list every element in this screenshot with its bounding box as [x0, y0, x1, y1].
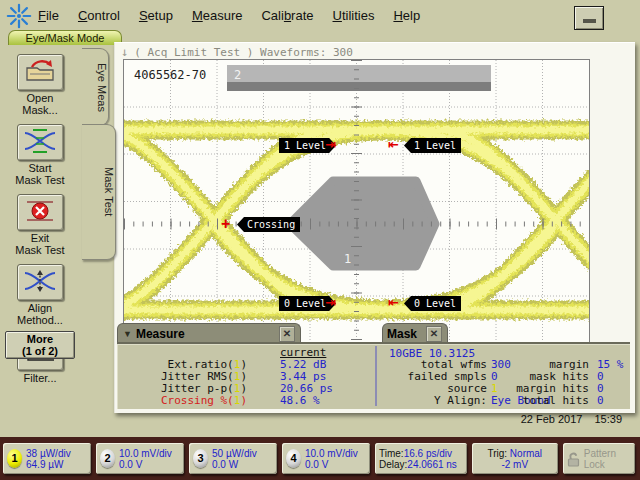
menu-setup[interactable]: Setup [139, 8, 173, 23]
zero-level-right-marker: 0 Level [404, 296, 461, 311]
channel-1-readout: 38 µW/div64.9 µW [26, 448, 71, 470]
menu-file[interactable]: File [38, 8, 59, 23]
mask-top-region: 2 [227, 65, 491, 91]
acq-status-line: ↓( Acq Limit Test ) Waveforms: 300 [121, 45, 353, 59]
mask-stats-labels: total wfmsfailed smplssourceY Align: [383, 359, 487, 407]
menu-utilities[interactable]: Utilities [333, 8, 375, 23]
panel-divider [375, 346, 377, 406]
bottom-status-bar: 138 µW/div64.9 µW210.0 mV/div0.0 V350 µW… [0, 437, 640, 480]
one-level-right-arrow-icon: ⇤ [388, 137, 399, 152]
mask-panel-title: Mask [387, 327, 417, 341]
align-method-icon [23, 268, 57, 294]
date-text: 22 Feb 2017 [521, 413, 583, 425]
menu-items: FileControlSetupMeasureCalibrateUtilitie… [38, 8, 439, 23]
timebase-button[interactable]: Time:16.6 ps/div Delay:24.0661 ns [375, 443, 467, 474]
lock-icon [567, 451, 580, 467]
mask-panel-tab[interactable]: Mask ✕ [382, 323, 448, 344]
agilent-spark-logo [6, 3, 32, 29]
tab-mask-test[interactable]: Mask Test [82, 124, 116, 260]
measure-values-column: current 5.22 dB3.44 ps20.66 ps48.6 % [280, 347, 375, 407]
minimize-icon [583, 19, 596, 23]
menu-bar: FileControlSetupMeasureCalibrateUtilitie… [0, 0, 640, 30]
measure-row-value: 48.6 % [280, 395, 375, 407]
eye-diagram-graphic: 2 1 [124, 60, 589, 344]
mask-hits-labels: marginmask hitsmargin hitstotal hits [495, 359, 589, 407]
crossing-marker-icon: + [221, 216, 230, 232]
exit-mask-test-button[interactable] [17, 194, 64, 231]
measure-row-label: Crossing %(1) [117, 395, 247, 407]
mask-hits-values: 15 %000 [597, 359, 627, 407]
time-text: 15:39 [594, 413, 622, 425]
eye-diagram-plot: 2 1 4065562-70 1 Level ⇥ ⇤ 1 Level + Cro… [123, 59, 590, 345]
mask-stat-label: total hits [495, 395, 589, 407]
align-method-button[interactable] [17, 264, 64, 301]
menu-measure[interactable]: Measure [192, 8, 243, 23]
zero-level-left-arrow-icon: ⇥ [325, 295, 336, 310]
crossing-marker: Crossing [237, 217, 300, 232]
channel-3-button[interactable]: 350 µW/div0.0 W [189, 443, 277, 474]
channel-2-readout: 10.0 mV/div0.0 V [119, 448, 172, 470]
channel-4-readout: 10.0 mV/div0.0 V [305, 448, 358, 470]
model-label: 4065562-70 [134, 68, 206, 82]
channel-4-button[interactable]: 410.0 mV/div0.0 V [282, 443, 370, 474]
start-mask-test-button[interactable] [17, 124, 64, 161]
measure-labels-column: Ext.ratio(1)Jitter RMS(1)Jitter p-p(1)Cr… [117, 347, 247, 407]
one-level-left-arrow-icon: ⇥ [325, 137, 336, 152]
open-mask-button[interactable] [17, 54, 64, 91]
mask-close-icon[interactable]: ✕ [426, 326, 442, 342]
measure-panel-tab[interactable]: ▼ Measure ✕ [117, 323, 301, 344]
open-mask-label: OpenMask... [0, 92, 80, 116]
start-mask-test-label: StartMask Test [0, 162, 80, 186]
exit-mask-test-icon [23, 198, 57, 224]
mode-tab[interactable]: Eye/Mask Mode [8, 30, 122, 45]
channel-1-badge: 1 [7, 449, 22, 468]
open-mask-icon [23, 58, 57, 84]
svg-text:1: 1 [344, 252, 351, 266]
one-level-right-marker: 1 Level [404, 138, 461, 153]
channel-2-button[interactable]: 210.0 mV/div0.0 V [96, 443, 184, 474]
collapse-triangle-icon: ▼ [123, 329, 132, 339]
channel-3-readout: 50 µW/div0.0 W [212, 448, 257, 470]
trigger-button[interactable]: Trig: Normal -2 mV [472, 443, 558, 474]
channel-4-badge: 4 [286, 449, 301, 468]
pattern-lock-button[interactable]: Pattern Lock [563, 443, 635, 474]
mask-stat-label: Y Align: [383, 395, 487, 407]
channel-1-button[interactable]: 138 µW/div64.9 µW [3, 443, 91, 474]
menu-control[interactable]: Control [78, 8, 120, 23]
measurement-readout-panel: Ext.ratio(1)Jitter RMS(1)Jitter p-p(1)Cr… [117, 342, 630, 409]
display-screen: ↓( Acq Limit Test ) Waveforms: 300 [114, 42, 635, 413]
menu-calibrate[interactable]: Calibrate [261, 8, 313, 23]
tab-eye-meas[interactable]: Eye Meas [82, 48, 109, 126]
datetime-readout: 22 Feb 201715:39 [500, 413, 622, 425]
zero-level-right-arrow-icon: ⇤ [388, 295, 399, 310]
menu-help[interactable]: Help [393, 8, 420, 23]
measure-close-icon[interactable]: ✕ [279, 326, 295, 342]
align-method-label: AlignMethod... [0, 302, 80, 326]
channel-3-badge: 3 [193, 449, 208, 468]
measure-panel-title: Measure [136, 327, 185, 341]
start-mask-test-icon [23, 128, 57, 154]
exit-mask-test-label: ExitMask Test [0, 232, 80, 256]
filter-label: Filter... [0, 372, 80, 384]
minimize-button[interactable] [574, 6, 604, 30]
svg-text:2: 2 [234, 68, 241, 82]
mask-stat-value: 0 [597, 395, 627, 407]
channel-buttons: 138 µW/div64.9 µW210.0 mV/div0.0 V350 µW… [3, 443, 375, 474]
more-button[interactable]: More(1 of 2) [5, 331, 75, 359]
download-arrow-icon: ↓ [121, 45, 128, 59]
channel-2-badge: 2 [100, 449, 115, 468]
